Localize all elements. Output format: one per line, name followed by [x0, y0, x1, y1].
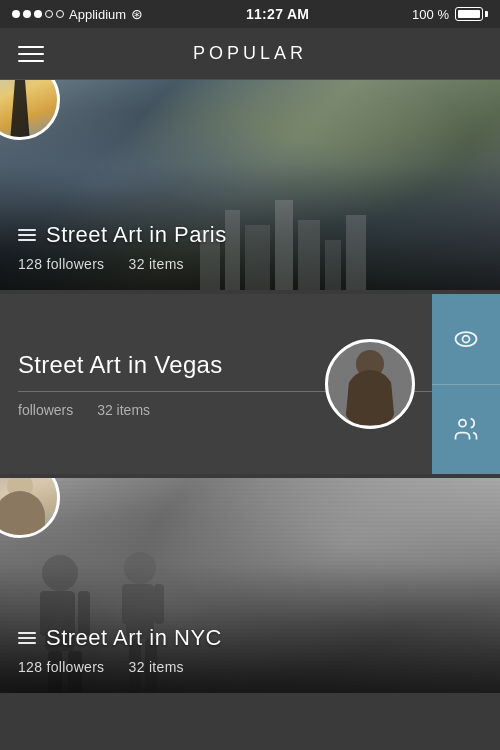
menu-line-nyc-1 — [18, 632, 36, 634]
card-nyc-title: Street Art in NYC — [46, 625, 222, 651]
card-nyc-followers: 128 followers — [18, 659, 104, 675]
menu-line-s2 — [18, 234, 36, 236]
svg-point-9 — [459, 420, 466, 427]
dot-1 — [12, 10, 20, 18]
battery-icon — [455, 7, 488, 21]
card-menu-icon — [18, 229, 36, 241]
status-bar: Applidium ⊛ 11:27 AM 100 % — [0, 0, 500, 28]
hamburger-line-1 — [18, 46, 44, 48]
status-right: 100 % — [412, 7, 488, 22]
card-nyc[interactable]: Street Art in NYC 128 followers 32 items — [0, 478, 500, 693]
menu-line-nyc-2 — [18, 637, 36, 639]
carrier-label: Applidium — [69, 7, 126, 22]
dot-2 — [23, 10, 31, 18]
battery-fill — [458, 10, 480, 18]
card-paris-title-row: Street Art in Paris — [18, 222, 482, 248]
signal-dots — [12, 10, 64, 18]
card-vegas-items: 32 items — [97, 402, 150, 418]
card-nyc-items: 32 items — [129, 659, 184, 675]
menu-button[interactable] — [18, 46, 44, 62]
battery-percentage: 100 % — [412, 7, 449, 22]
card-vegas-content: Street Art in Vegas followers 32 items — [0, 331, 500, 438]
svg-point-8 — [463, 335, 470, 342]
card-nyc-info: Street Art in NYC 128 followers 32 items — [0, 609, 500, 693]
view-button[interactable] — [432, 294, 500, 385]
content-area: Street Art in Paris 128 followers 32 ite… — [0, 80, 500, 693]
follow-button[interactable] — [432, 385, 500, 475]
card-paris-followers: 128 followers — [18, 256, 104, 272]
dot-3 — [34, 10, 42, 18]
dot-4 — [45, 10, 53, 18]
card-paris-info: Street Art in Paris 128 followers 32 ite… — [0, 206, 500, 290]
status-time: 11:27 AM — [246, 6, 309, 22]
avatar-vegas — [325, 339, 415, 429]
menu-line-nyc-3 — [18, 642, 36, 644]
card-vegas[interactable]: Street Art in Vegas followers 32 items — [0, 294, 500, 474]
card-paris-title: Street Art in Paris — [46, 222, 227, 248]
card-vegas-meta: followers 32 items — [18, 402, 482, 418]
card-menu-icon-nyc — [18, 632, 36, 644]
hamburger-line-2 — [18, 53, 44, 55]
dot-5 — [56, 10, 64, 18]
card-vegas-followers: followers — [18, 402, 73, 418]
card-nyc-title-row: Street Art in NYC — [18, 625, 482, 651]
wifi-icon: ⊛ — [131, 6, 143, 22]
menu-line-s1 — [18, 229, 36, 231]
card-paris[interactable]: Street Art in Paris 128 followers 32 ite… — [0, 80, 500, 290]
eye-icon — [452, 325, 480, 353]
menu-line-s3 — [18, 239, 36, 241]
battery-body — [455, 7, 483, 21]
card-paris-meta: 128 followers 32 items — [18, 256, 482, 272]
nav-bar: POPULAR — [0, 28, 500, 80]
side-action-panel — [432, 294, 500, 474]
card-paris-items: 32 items — [129, 256, 184, 272]
card-nyc-meta: 128 followers 32 items — [18, 659, 482, 675]
battery-tip — [485, 11, 488, 17]
page-title: POPULAR — [193, 43, 307, 64]
status-left: Applidium ⊛ — [12, 6, 143, 22]
hamburger-line-3 — [18, 60, 44, 62]
people-icon — [452, 415, 480, 443]
svg-point-7 — [456, 332, 477, 346]
